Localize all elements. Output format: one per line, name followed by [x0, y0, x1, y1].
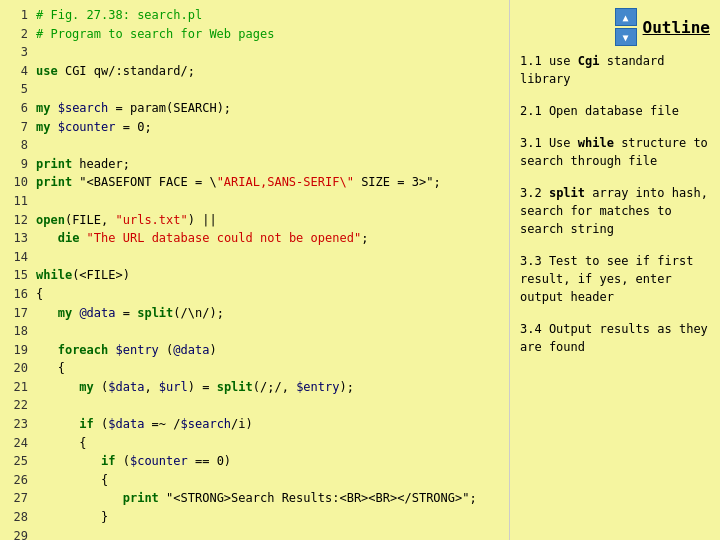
line-content: my @data = split(/\n/); [36, 304, 224, 323]
code-line: 11 [8, 192, 501, 211]
nav-down-button[interactable]: ▼ [615, 28, 637, 46]
line-content: { [36, 359, 65, 378]
code-line: 21 my ($data, $url) = split(/;/, $entry)… [8, 378, 501, 397]
outline-section-3-1: 3.1 Use while structure to search throug… [520, 134, 710, 170]
section-label: 2.1 Open database file [520, 104, 679, 118]
nav-arrows: ▲ ▼ [615, 8, 637, 46]
code-line: 6my $search = param(SEARCH); [8, 99, 501, 118]
line-content: # Program to search for Web pages [36, 25, 274, 44]
line-number: 13 [8, 229, 28, 248]
outline-section-1-1: 1.1 use Cgi standard library [520, 52, 710, 88]
code-line: 29 [8, 527, 501, 540]
section-label: 3.2 split array into hash, search for ma… [520, 186, 708, 236]
outline-section-3-2: 3.2 split array into hash, search for ma… [520, 184, 710, 238]
line-content: my $counter = 0; [36, 118, 152, 137]
code-line: 7my $counter = 0; [8, 118, 501, 137]
outline-title: Outline [643, 18, 710, 37]
line-number: 18 [8, 322, 28, 341]
line-number: 10 [8, 173, 28, 192]
code-line: 12open(FILE, "urls.txt") || [8, 211, 501, 230]
line-number: 9 [8, 155, 28, 174]
line-number: 23 [8, 415, 28, 434]
line-number: 15 [8, 266, 28, 285]
section-label: 3.3 Test to see if first result, if yes,… [520, 254, 693, 304]
line-number: 1 [8, 6, 28, 25]
code-line: 5 [8, 80, 501, 99]
code-line: 19 foreach $entry (@data) [8, 341, 501, 360]
line-number: 24 [8, 434, 28, 453]
line-content: open(FILE, "urls.txt") || [36, 211, 217, 230]
line-number: 19 [8, 341, 28, 360]
line-number: 17 [8, 304, 28, 323]
code-line: 25 if ($counter == 0) [8, 452, 501, 471]
line-content: use CGI qw/:standard/; [36, 62, 195, 81]
outline-panel: ▲ ▼ Outline 1.1 use Cgi standard library… [510, 0, 720, 540]
line-number: 27 [8, 489, 28, 508]
code-line: 10print "<BASEFONT FACE = \"ARIAL,SANS-S… [8, 173, 501, 192]
line-number: 5 [8, 80, 28, 99]
code-line: 18 [8, 322, 501, 341]
code-line: 20 { [8, 359, 501, 378]
line-number: 20 [8, 359, 28, 378]
code-panel: 1# Fig. 27.38: search.pl2# Program to se… [0, 0, 510, 540]
line-content: print header; [36, 155, 130, 174]
code-line: 28 } [8, 508, 501, 527]
line-number: 7 [8, 118, 28, 137]
line-number: 25 [8, 452, 28, 471]
code-line: 1# Fig. 27.38: search.pl [8, 6, 501, 25]
code-line: 27 print "<STRONG>Search Results:<BR><BR… [8, 489, 501, 508]
line-content: print "<STRONG>Search Results:<BR><BR></… [36, 489, 477, 508]
line-content: foreach $entry (@data) [36, 341, 217, 360]
line-number: 21 [8, 378, 28, 397]
section-label: 1.1 use Cgi standard library [520, 54, 665, 86]
line-content: } [36, 508, 108, 527]
line-content: print "<BASEFONT FACE = \"ARIAL,SANS-SER… [36, 173, 441, 192]
code-line: 15while(<FILE>) [8, 266, 501, 285]
code-line: 24 { [8, 434, 501, 453]
line-number: 11 [8, 192, 28, 211]
line-number: 16 [8, 285, 28, 304]
code-line: 3 [8, 43, 501, 62]
code-line: 9print header; [8, 155, 501, 174]
line-number: 8 [8, 136, 28, 155]
code-line: 8 [8, 136, 501, 155]
outline-section-3-4: 3.4 Output results as they are found [520, 320, 710, 356]
line-content: { [36, 285, 43, 304]
code-line: 17 my @data = split(/\n/); [8, 304, 501, 323]
outline-section-3-3: 3.3 Test to see if first result, if yes,… [520, 252, 710, 306]
line-content: my ($data, $url) = split(/;/, $entry); [36, 378, 354, 397]
code-line: 22 [8, 396, 501, 415]
code-line: 4use CGI qw/:standard/; [8, 62, 501, 81]
section-label: 3.1 Use while structure to search throug… [520, 136, 708, 168]
nav-up-button[interactable]: ▲ [615, 8, 637, 26]
line-number: 3 [8, 43, 28, 62]
outline-header: ▲ ▼ Outline [520, 8, 710, 46]
line-content: # Fig. 27.38: search.pl [36, 6, 202, 25]
line-content: if ($counter == 0) [36, 452, 231, 471]
outline-section-2-1: 2.1 Open database file [520, 102, 710, 120]
line-content: die "The URL database could not be opene… [36, 229, 368, 248]
line-number: 14 [8, 248, 28, 267]
line-content: my $search = param(SEARCH); [36, 99, 231, 118]
code-line: 2# Program to search for Web pages [8, 25, 501, 44]
line-number: 6 [8, 99, 28, 118]
code-line: 14 [8, 248, 501, 267]
line-content: { [36, 434, 87, 453]
code-line: 26 { [8, 471, 501, 490]
code-line: 13 die "The URL database could not be op… [8, 229, 501, 248]
line-number: 12 [8, 211, 28, 230]
section-label: 3.4 Output results as they are found [520, 322, 708, 354]
line-number: 2 [8, 25, 28, 44]
code-line: 16{ [8, 285, 501, 304]
line-number: 26 [8, 471, 28, 490]
line-content: if ($data =~ /$search/i) [36, 415, 253, 434]
line-number: 29 [8, 527, 28, 540]
line-number: 4 [8, 62, 28, 81]
line-number: 28 [8, 508, 28, 527]
code-line: 23 if ($data =~ /$search/i) [8, 415, 501, 434]
line-content: while(<FILE>) [36, 266, 130, 285]
line-number: 22 [8, 396, 28, 415]
line-content: { [36, 471, 108, 490]
